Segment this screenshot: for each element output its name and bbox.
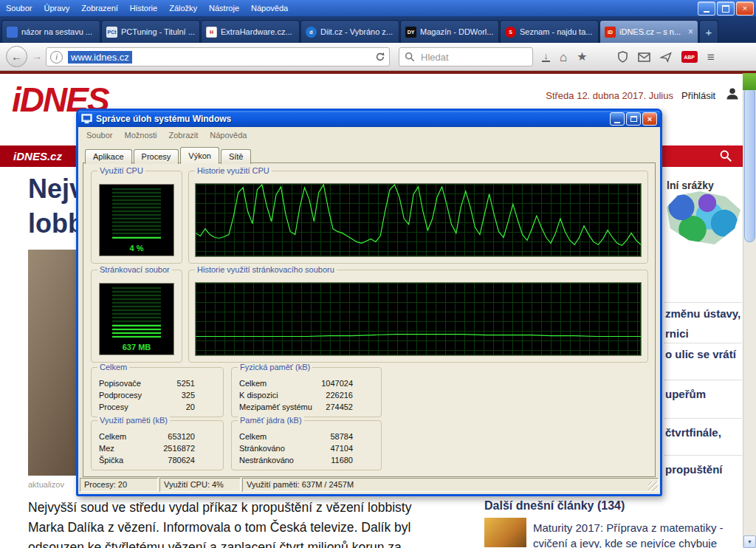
sidebar-link-6[interactable]: propuštění: [665, 463, 723, 476]
mail-button[interactable]: [638, 52, 650, 62]
url-bar[interactable]: i www.idnes.cz: [46, 47, 390, 66]
sidebar-link-2[interactable]: rnici: [665, 327, 689, 340]
login-link[interactable]: Přihlásit: [681, 90, 715, 101]
search-bar[interactable]: Hledat: [399, 47, 533, 66]
site-info-icon[interactable]: i: [50, 51, 63, 64]
menu-upravy[interactable]: Úpravy: [38, 0, 75, 16]
status-memory-text: Využití paměti: 637M / 2457M: [247, 480, 354, 489]
send-button[interactable]: [660, 52, 672, 63]
stat-row: Procesy20: [92, 401, 223, 413]
browser-tab-5[interactable]: DY Magazín - DDWorl...: [400, 20, 499, 43]
taskmgr-minimize-button[interactable]: [610, 112, 625, 126]
browser-tab-1[interactable]: názor na sestavu ...: [1, 20, 100, 43]
shield-button[interactable]: [617, 51, 628, 63]
stat-value: 226216: [326, 389, 353, 401]
close-icon: ×: [647, 115, 652, 123]
scrollbar-down-button[interactable]: ▼: [743, 535, 756, 548]
navbar-brand[interactable]: iDNES.cz: [0, 145, 75, 167]
reload-button[interactable]: [375, 52, 385, 62]
bookmark-star-button[interactable]: ★: [577, 51, 587, 63]
taskmgr-close-button[interactable]: ×: [642, 112, 657, 126]
maturity-line2: cvičení a jevy, kde se nejvíce chybuje: [533, 535, 724, 548]
new-tab-button[interactable]: +: [699, 20, 718, 43]
taskmgr-menu-napoveda[interactable]: Nápověda: [204, 131, 252, 140]
article-thumbnail[interactable]: [484, 518, 526, 547]
minimize-window-button[interactable]: [698, 1, 715, 16]
menu-zalozky[interactable]: Záložky: [163, 0, 203, 16]
photo-caption: aktualizov: [28, 480, 64, 489]
sidebar-link-5[interactable]: čtvrtfinále,: [665, 426, 721, 439]
user-icon[interactable]: [725, 86, 740, 101]
minimize-icon: [614, 122, 620, 123]
browser-tab-3[interactable]: H ExtraHardware.cz...: [201, 20, 300, 43]
hamburger-menu-button[interactable]: ≡: [707, 51, 715, 64]
menu-napoveda[interactable]: Nápověda: [245, 0, 294, 16]
restore-window-button[interactable]: [717, 1, 735, 16]
taskmgr-performance-page: Využití CPU 4 % Historie využití CPU Str…: [83, 162, 656, 477]
close-window-button[interactable]: ×: [736, 1, 754, 16]
back-button[interactable]: ←: [6, 46, 27, 67]
menu-soubor[interactable]: Soubor: [0, 0, 38, 16]
sidebar-link-3[interactable]: o ulic se vrátí: [665, 348, 736, 360]
tab-close-icon[interactable]: ×: [688, 27, 693, 36]
tab-label: názor na sestavu ...: [21, 27, 95, 36]
cpu-history-graph: [195, 183, 642, 257]
taskmgr-menu-zobrazit[interactable]: Zobrazit: [163, 131, 205, 140]
taskmgr-titlebar[interactable]: Správce úloh systému Windows ×: [78, 111, 660, 127]
navbar-search-button[interactable]: [719, 149, 732, 162]
stat-label: K dispozici: [239, 389, 278, 401]
tab-procesy[interactable]: Procesy: [134, 149, 179, 164]
browser-tab-7-active[interactable]: iD iDNES.cz – s n... ×: [599, 20, 698, 43]
maturity-article-link[interactable]: Maturity 2017: Příprava z matematiky - c…: [533, 520, 724, 548]
commit-charge-group: Využití paměti (kB) Celkem653120 Mez2516…: [91, 420, 224, 470]
adblock-plus-button[interactable]: ABP: [681, 51, 698, 63]
tab-aplikace[interactable]: Aplikace: [85, 149, 132, 164]
task-manager-window[interactable]: Správce úloh systému Windows × Soubor Mo…: [76, 109, 662, 496]
taskmgr-maximize-button[interactable]: [626, 112, 641, 126]
cpu-usage-title: Využití CPU: [97, 166, 145, 176]
cpu-meter-bar: [112, 188, 161, 239]
stat-value: 653120: [168, 431, 195, 442]
stat-value: 5251: [177, 377, 195, 389]
weather-map-image[interactable]: [667, 191, 740, 244]
scrollbar-thumb[interactable]: [744, 87, 755, 242]
home-button[interactable]: ⌂: [560, 51, 567, 64]
url-text[interactable]: www.idnes.cz: [68, 51, 132, 64]
tab-label: iDNES.cz – s n...: [619, 27, 681, 36]
pagefile-usage-value: 637 MB: [100, 343, 173, 352]
more-articles-heading[interactable]: Další dnešní články (134): [484, 499, 625, 513]
maturity-line1: Maturity 2017: Příprava z matematiky -: [533, 520, 724, 535]
downloads-button[interactable]: ↓: [542, 52, 550, 62]
stat-value: 47104: [330, 442, 353, 454]
down-arrow-icon: ▼: [747, 539, 752, 544]
maximize-icon: [630, 116, 637, 122]
download-arrow-icon: ↓: [543, 52, 549, 60]
resize-grip[interactable]: [648, 482, 658, 491]
restore-icon: [722, 5, 729, 13]
menu-nastroje[interactable]: Nástroje: [203, 0, 245, 16]
taskmgr-tabstrip: Aplikace Procesy Výkon Sítě: [85, 147, 252, 164]
tab-site[interactable]: Sítě: [221, 149, 252, 164]
page-green-fragment: [743, 73, 756, 90]
page-scrollbar[interactable]: ▲ ▼: [743, 73, 756, 548]
sidebar-link-1[interactable]: změnu ústavy,: [665, 307, 740, 320]
back-icon: ←: [11, 50, 22, 63]
browser-tab-4[interactable]: d Diit.cz - Vybráno z...: [300, 20, 399, 43]
taskmgr-menu-soubor[interactable]: Soubor: [80, 131, 118, 140]
tab2-favicon: PCt: [106, 27, 117, 38]
stat-row: Mez2516872: [92, 442, 223, 454]
divider: [664, 418, 742, 419]
browser-tab-2[interactable]: PCt PCTuning - Titulní ...: [101, 20, 200, 43]
browser-tab-6[interactable]: S Seznam - najdu ta...: [500, 20, 599, 43]
tab-vykon[interactable]: Výkon: [180, 147, 219, 164]
taskmgr-menu-moznosti[interactable]: Možnosti: [118, 131, 162, 140]
pagefile-usage-meter: 637 MB: [99, 283, 174, 355]
menu-zobrazeni[interactable]: Zobrazení: [75, 0, 124, 16]
stat-value: 1047024: [321, 377, 353, 389]
shield-icon: [617, 51, 628, 63]
menu-historie[interactable]: Historie: [124, 0, 163, 16]
stat-value: 780624: [168, 454, 195, 466]
forward-button[interactable]: →: [30, 49, 44, 63]
stat-label: Stránkováno: [239, 442, 285, 454]
sidebar-link-4[interactable]: upeřům: [665, 388, 706, 400]
